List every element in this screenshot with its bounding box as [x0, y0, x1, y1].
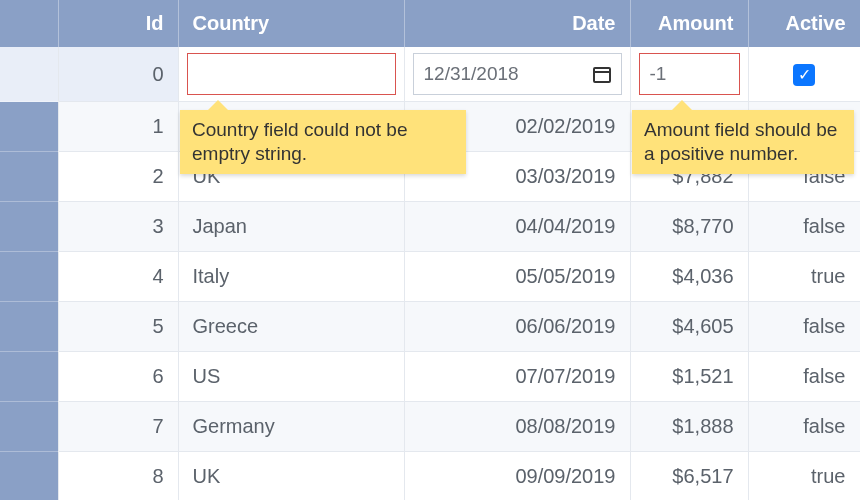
- header-country[interactable]: Country: [178, 0, 404, 47]
- edit-row: 0 12/31/2018 ✓: [0, 47, 860, 102]
- row-selector[interactable]: [0, 352, 58, 402]
- cell-date-edit: 12/31/2018: [404, 47, 630, 102]
- cell-id: 5: [58, 302, 178, 352]
- cell-date: 04/04/2019: [404, 202, 630, 252]
- cell-country: US: [178, 352, 404, 402]
- cell-country: Italy: [178, 252, 404, 302]
- cell-country-edit: [178, 47, 404, 102]
- cell-country: Germany: [178, 402, 404, 452]
- cell-id: 2: [58, 152, 178, 202]
- row-selector[interactable]: [0, 102, 58, 152]
- table-row[interactable]: 3Japan04/04/2019$8,770false: [0, 202, 860, 252]
- active-checkbox[interactable]: ✓: [793, 64, 815, 86]
- cell-active: true: [748, 252, 860, 302]
- cell-active: false: [748, 302, 860, 352]
- header-active[interactable]: Active: [748, 0, 860, 47]
- row-selector[interactable]: [0, 302, 58, 352]
- calendar-icon[interactable]: [593, 65, 611, 83]
- cell-active: false: [748, 352, 860, 402]
- validation-tooltip-amount: Amount field should be a positive number…: [632, 110, 854, 174]
- cell-active-edit: ✓: [748, 47, 860, 102]
- cell-date: 07/07/2019: [404, 352, 630, 402]
- table-row[interactable]: 6US07/07/2019$1,521false: [0, 352, 860, 402]
- row-selector[interactable]: [0, 402, 58, 452]
- table-row[interactable]: 5Greece06/06/2019$4,605false: [0, 302, 860, 352]
- row-selector[interactable]: [0, 152, 58, 202]
- table-row[interactable]: 8UK09/09/2019$6,517true: [0, 452, 860, 501]
- cell-amount: $1,521: [630, 352, 748, 402]
- country-input[interactable]: [187, 53, 396, 95]
- header-amount[interactable]: Amount: [630, 0, 748, 47]
- table: Id Country Date Amount Active 0 12/31/20…: [0, 0, 860, 500]
- header-selector[interactable]: [0, 0, 58, 47]
- cell-id: 4: [58, 252, 178, 302]
- cell-date: 08/08/2019: [404, 402, 630, 452]
- table-row[interactable]: 7Germany08/08/2019$1,888false: [0, 402, 860, 452]
- cell-id: 8: [58, 452, 178, 501]
- cell-date: 05/05/2019: [404, 252, 630, 302]
- amount-input[interactable]: [639, 53, 740, 95]
- header-date[interactable]: Date: [404, 0, 630, 47]
- cell-amount-edit: [630, 47, 748, 102]
- cell-amount: $4,036: [630, 252, 748, 302]
- cell-id: 1: [58, 102, 178, 152]
- header-id[interactable]: Id: [58, 0, 178, 47]
- row-selector[interactable]: [0, 202, 58, 252]
- cell-country: Greece: [178, 302, 404, 352]
- cell-id: 0: [58, 47, 178, 102]
- date-input[interactable]: 12/31/2018: [413, 53, 622, 95]
- cell-active: true: [748, 452, 860, 501]
- cell-active: false: [748, 402, 860, 452]
- cell-id: 6: [58, 352, 178, 402]
- cell-date: 06/06/2019: [404, 302, 630, 352]
- cell-active: false: [748, 202, 860, 252]
- header-row: Id Country Date Amount Active: [0, 0, 860, 47]
- validation-tooltip-country: Country field could not be emptry string…: [180, 110, 466, 174]
- tooltip-text: Amount field should be a positive number…: [644, 119, 837, 164]
- date-value: 12/31/2018: [424, 63, 519, 85]
- cell-amount: $4,605: [630, 302, 748, 352]
- tooltip-text: Country field could not be emptry string…: [192, 119, 407, 164]
- cell-country: Japan: [178, 202, 404, 252]
- table-row[interactable]: 4Italy05/05/2019$4,036true: [0, 252, 860, 302]
- row-selector[interactable]: [0, 452, 58, 501]
- cell-date: 09/09/2019: [404, 452, 630, 501]
- cell-amount: $1,888: [630, 402, 748, 452]
- data-grid: Id Country Date Amount Active 0 12/31/20…: [0, 0, 860, 500]
- cell-country: UK: [178, 452, 404, 501]
- cell-id: 3: [58, 202, 178, 252]
- cell-amount: $8,770: [630, 202, 748, 252]
- cell-amount: $6,517: [630, 452, 748, 501]
- row-selector[interactable]: [0, 47, 58, 102]
- cell-id: 7: [58, 402, 178, 452]
- row-selector[interactable]: [0, 252, 58, 302]
